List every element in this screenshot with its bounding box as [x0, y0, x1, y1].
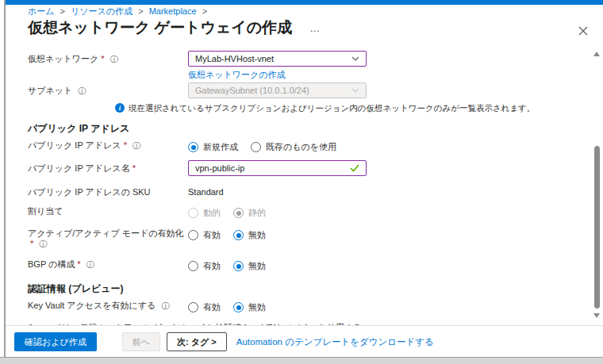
info-icon[interactable]: ⓘ	[39, 239, 47, 248]
public-ip-name-field-wrapper	[188, 160, 367, 176]
radio-dynamic	[188, 208, 198, 218]
public-ip-radio-group: 新規作成 既存のものを使用	[188, 140, 349, 153]
section-heading-public-ip: パブリック IP アドレス	[28, 123, 579, 135]
radio-key-vault-disabled-label: 無効	[248, 301, 266, 313]
assignment-radio-group: 動的 静的	[188, 205, 278, 219]
radio-bgp-enabled-label: 有効	[203, 260, 221, 272]
public-ip-sku-label: パブリック IP アドレスの SKU	[28, 187, 151, 197]
create-gateway-panel: ホーム > リソースの作成 > Marketplace > 仮想ネットワーク ゲ…	[6, 5, 603, 358]
radio-static-label: 静的	[248, 207, 266, 219]
scroll-down-icon[interactable]	[593, 313, 600, 318]
required-asterisk: *	[133, 163, 136, 173]
field-row-vnet: 仮想ネットワーク* ⓘ MyLab-HVHost-vnet 仮想ネットワークの作…	[28, 51, 579, 81]
radio-use-existing-label: 既存のものを使用	[266, 141, 336, 153]
bgp-label: BGP の構成	[28, 259, 75, 269]
breadcrumb-separator: >	[60, 6, 65, 16]
field-row-public-ip: パブリック IP アドレス* ⓘ 新規作成 既存のものを使用	[28, 140, 579, 153]
section-heading-auth: 認証情報 (プレビュー)	[28, 283, 579, 295]
required-asterisk: *	[101, 54, 104, 63]
field-row-public-ip-name: パブリック IP アドレス名*	[28, 160, 579, 176]
page-title: 仮想ネットワーク ゲートウェイの作成	[28, 18, 292, 37]
window-bottom-edge	[0, 357, 603, 364]
breadcrumb: ホーム > リソースの作成 > Marketplace >	[28, 6, 579, 17]
vnet-dropdown-value: MyLab-HVHost-vnet	[195, 54, 274, 63]
radio-create-new[interactable]	[188, 142, 198, 152]
chevron-down-icon	[351, 56, 359, 61]
vnet-label: 仮想ネットワーク	[28, 54, 98, 63]
vertical-scrollbar[interactable]	[592, 46, 602, 319]
field-row-subnet: サブネット ⓘ GatewaySubnet (10.0.1.0/24)	[28, 82, 579, 98]
public-ip-name-input[interactable]	[195, 163, 350, 173]
breadcrumb-separator: >	[202, 6, 207, 16]
field-row-sku: パブリック IP アドレスの SKU Standard	[28, 184, 579, 197]
info-icon[interactable]: ⓘ	[86, 260, 94, 269]
review-create-button[interactable]: 確認および作成	[14, 332, 97, 351]
next-tags-button[interactable]: 次: タグ >	[167, 332, 227, 351]
required-asterisk: *	[30, 239, 33, 248]
close-icon	[578, 26, 588, 36]
breadcrumb-marketplace[interactable]: Marketplace	[149, 6, 197, 16]
field-row-bgp: BGP の構成* ⓘ 有効 無効	[28, 259, 579, 272]
active-active-radio-group: 有効 無効	[188, 228, 278, 241]
radio-key-vault-disabled[interactable]	[233, 302, 244, 312]
assignment-label: 割り当て	[28, 206, 63, 216]
radio-static	[233, 208, 244, 218]
public-ip-label: パブリック IP アドレス	[28, 140, 121, 150]
footer-bar: 確認および作成 前へ 次: タグ > Automation のテンプレートをダウ…	[6, 325, 603, 358]
valid-check-icon	[350, 164, 359, 172]
info-icon: i	[115, 103, 125, 113]
public-ip-name-label: パブリック IP アドレス名	[28, 163, 130, 173]
subnet-dropdown: GatewaySubnet (10.0.1.0/24)	[188, 82, 367, 98]
radio-key-vault-enabled[interactable]	[188, 302, 198, 312]
radio-active-active-enabled-label: 有効	[203, 229, 221, 241]
info-icon[interactable]: ⓘ	[161, 301, 169, 310]
create-vnet-link[interactable]: 仮想ネットワークの作成	[188, 69, 286, 81]
field-row-assignment: 割り当て 動的 静的	[28, 205, 579, 219]
close-button[interactable]	[578, 25, 589, 36]
info-banner-text: 現在選択されているサブスクリプションおよびリージョン内の仮想ネットワークのみが一…	[129, 103, 535, 113]
info-icon[interactable]: ⓘ	[133, 141, 140, 150]
scrollbar-thumb[interactable]	[594, 146, 600, 308]
subnet-label: サブネット	[28, 86, 72, 95]
chevron-down-icon	[351, 88, 359, 93]
radio-use-existing[interactable]	[251, 142, 261, 152]
radio-active-active-disabled[interactable]	[233, 230, 244, 240]
breadcrumb-separator: >	[138, 6, 143, 16]
radio-key-vault-enabled-label: 有効	[203, 301, 221, 313]
required-asterisk: *	[77, 259, 80, 269]
field-row-active-active: アクティブ/アクティブ モードの有効化* ⓘ 有効 無効	[28, 228, 579, 249]
radio-bgp-disabled[interactable]	[233, 261, 244, 271]
info-icon[interactable]: ⓘ	[78, 86, 86, 95]
key-vault-radio-group: 有効 無効	[188, 300, 278, 313]
vnet-dropdown[interactable]: MyLab-HVHost-vnet	[188, 51, 367, 67]
radio-active-active-disabled-label: 無効	[248, 229, 266, 241]
radio-bgp-disabled-label: 無効	[248, 260, 266, 272]
more-menu-button[interactable]: …	[309, 22, 321, 34]
breadcrumb-home[interactable]: ホーム	[28, 6, 55, 16]
key-vault-label: Key Vault アクセスを有効にする	[28, 301, 156, 310]
radio-dynamic-label: 動的	[203, 207, 221, 219]
radio-bgp-enabled[interactable]	[188, 261, 198, 271]
field-row-key-vault: Key Vault アクセスを有効にする ⓘ 有効 無効	[28, 300, 579, 313]
radio-active-active-enabled[interactable]	[188, 230, 198, 240]
required-asterisk: *	[124, 140, 127, 150]
active-active-label: アクティブ/アクティブ モードの有効化	[28, 228, 183, 238]
info-icon[interactable]: ⓘ	[110, 55, 118, 63]
bgp-radio-group: 有効 無効	[188, 259, 278, 272]
radio-create-new-label: 新規作成	[203, 141, 238, 153]
subnet-dropdown-value: GatewaySubnet (10.0.1.0/24)	[195, 86, 309, 95]
public-ip-sku-value: Standard	[188, 184, 224, 197]
previous-button: 前へ	[122, 332, 160, 351]
breadcrumb-create-resource[interactable]: リソースの作成	[71, 6, 133, 16]
scroll-up-icon[interactable]	[593, 52, 600, 56]
automation-template-link[interactable]: Automation のテンプレートをダウンロードする	[236, 336, 434, 348]
info-banner: i 現在選択されているサブスクリプションおよびリージョン内の仮想ネットワークのみ…	[115, 103, 579, 113]
